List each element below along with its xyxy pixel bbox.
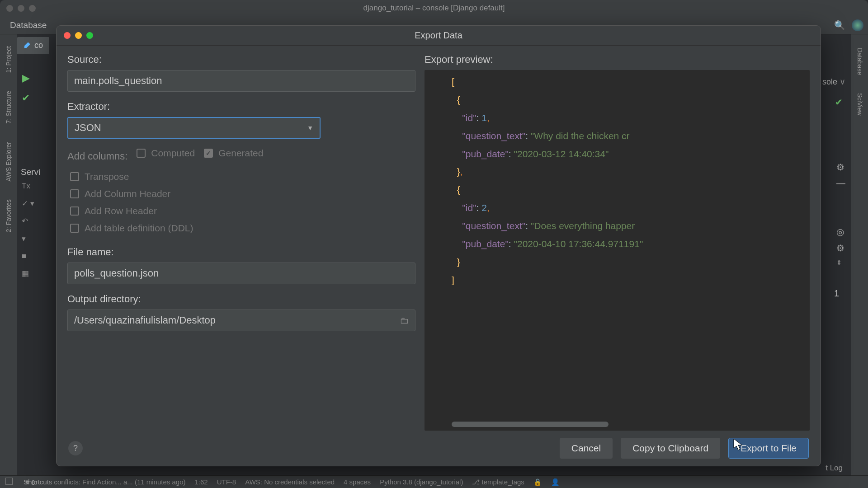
status-shortcuts[interactable]: Shortcuts conflicts: Find Action... a...… [24, 478, 186, 486]
close-icon[interactable] [6, 5, 13, 12]
extractor-select[interactable]: JSON ▼ [67, 117, 321, 139]
status-pos[interactable]: 1:62 [195, 478, 208, 486]
cancel-button[interactable]: Cancel [560, 438, 613, 459]
play-icon[interactable]: ▶ [22, 72, 30, 84]
right-tool-icons: ⚙ — ◎ ⚙ ⇕ [836, 162, 845, 266]
traffic-lights [0, 5, 36, 12]
preview-label: Export preview: [425, 54, 810, 66]
right-tool-gutter: Database SciView [851, 34, 868, 475]
source-input[interactable]: main.polls_question [67, 70, 415, 92]
search-icon[interactable]: 🔍 [834, 20, 845, 31]
dialog-title: Export Data [415, 30, 462, 41]
generated-checkbox[interactable]: Generated [204, 148, 263, 159]
add-ddl-checkbox[interactable]: Add table definition (DDL) [70, 223, 415, 234]
sole-label[interactable]: sole ∨ [822, 77, 845, 87]
dialog-titlebar: Export Data [57, 26, 821, 46]
window-title: django_tutorial – console [Django defaul… [363, 4, 505, 13]
dialog-minimize-icon[interactable] [75, 32, 82, 39]
undo-icon[interactable]: ↶ [22, 216, 34, 226]
status-linecol[interactable]: ≡ 6: [25, 479, 37, 486]
minimize-icon[interactable] [18, 5, 24, 12]
status-aws[interactable]: AWS: No credentials selected [245, 478, 335, 486]
services-panel-label[interactable]: Servi [21, 167, 40, 177]
editor-tab-console[interactable]: co [17, 37, 49, 54]
add-row-header-checkbox[interactable]: Add Row Header [70, 206, 415, 216]
computed-checkbox[interactable]: Computed [137, 148, 195, 159]
chevron-icon[interactable]: ▾ [22, 234, 34, 244]
check2-icon[interactable]: ✓ ▾ [22, 199, 34, 208]
editor-tab-label: co [34, 41, 43, 50]
gear-icon[interactable]: ⚙ [836, 162, 845, 173]
feather-icon [24, 42, 31, 49]
copy-button[interactable]: Copy to Clipboard [621, 438, 720, 459]
cursor-icon [733, 438, 743, 451]
man-icon[interactable]: 👤 [551, 478, 560, 486]
chevron-down-icon: ▼ [307, 124, 313, 131]
tab-aws-explorer[interactable]: AWS Explorer [4, 139, 13, 184]
dialog-maximize-icon[interactable] [86, 32, 93, 39]
avatar[interactable] [852, 19, 863, 31]
filename-label: File name: [67, 246, 415, 258]
filename-input[interactable]: polls_question.json [67, 263, 415, 284]
grid-icon[interactable]: ▦ [22, 269, 34, 278]
tab-database[interactable]: Database [856, 48, 863, 75]
extractor-value: JSON [75, 122, 101, 134]
target-icon[interactable]: ◎ [836, 226, 845, 237]
run-gutter: ▶ ✔ [22, 72, 30, 104]
tab-favorites[interactable]: 2: Favorites [4, 197, 13, 235]
minus-icon[interactable]: — [836, 178, 845, 188]
export-preview[interactable]: [ { "id": 1, "question_text": "Why did t… [425, 70, 810, 431]
dialog-footer: ? Cancel Copy to Clipboard Export to Fil… [57, 431, 821, 466]
status-box-icon[interactable] [5, 478, 13, 485]
folder-icon[interactable]: 🗀 [400, 315, 409, 326]
database-label[interactable]: Database [5, 20, 47, 30]
addcolumns-label: Add columns: [67, 150, 127, 162]
export-data-dialog: Export Data Source: main.polls_question … [56, 25, 821, 466]
source-label: Source: [67, 54, 415, 66]
box-icon[interactable]: ■ [22, 252, 34, 261]
lock-icon[interactable]: 🔒 [533, 478, 542, 486]
help-icon[interactable]: ? [68, 441, 83, 455]
dialog-right-column: Export preview: [ { "id": 1, "question_t… [425, 54, 810, 431]
status-branch[interactable]: ⎇ template_tags [472, 478, 524, 486]
sole-check-icon: ✔ [835, 97, 843, 108]
gear2-icon[interactable]: ⚙ [836, 243, 845, 253]
maximize-icon[interactable] [29, 5, 36, 12]
check-icon: ✔ [22, 92, 30, 104]
status-indent[interactable]: 4 spaces [344, 478, 371, 486]
dialog-left-column: Source: main.polls_question Extractor: J… [67, 54, 415, 431]
status-bar: Shortcuts conflicts: Find Action... a...… [0, 475, 868, 488]
editor-tabs: co [17, 34, 49, 56]
outputdir-input[interactable]: /Users/quazinafiulislam/Desktop 🗀 [67, 310, 415, 331]
event-log-label[interactable]: t Log [826, 464, 843, 473]
status-python[interactable]: Python 3.8 (django_tutorial) [380, 478, 463, 486]
outputdir-label: Output directory: [67, 293, 415, 305]
services-gutter: Tx ✓ ▾ ↶ ▾ ■ ▦ [22, 182, 34, 278]
tab-sciview[interactable]: SciView [856, 93, 863, 116]
updown-icon[interactable]: ⇕ [836, 259, 845, 266]
tab-structure[interactable]: 7: Structure [4, 88, 13, 126]
dialog-close-icon[interactable] [64, 32, 71, 39]
ide-titlebar: django_tutorial – console [Django defaul… [0, 0, 868, 16]
right-one-label: 1 [834, 288, 839, 299]
tab-project[interactable]: 1: Project [4, 43, 13, 75]
transpose-checkbox[interactable]: Transpose [70, 171, 415, 182]
preview-scrollbar[interactable] [452, 422, 801, 427]
tx-icon[interactable]: Tx [22, 182, 34, 191]
status-encoding[interactable]: UTF-8 [217, 478, 236, 486]
extractor-label: Extractor: [67, 101, 415, 113]
add-column-header-checkbox[interactable]: Add Column Header [70, 188, 415, 199]
left-tool-gutter: 1: Project 7: Structure AWS Explorer 2: … [0, 34, 17, 475]
